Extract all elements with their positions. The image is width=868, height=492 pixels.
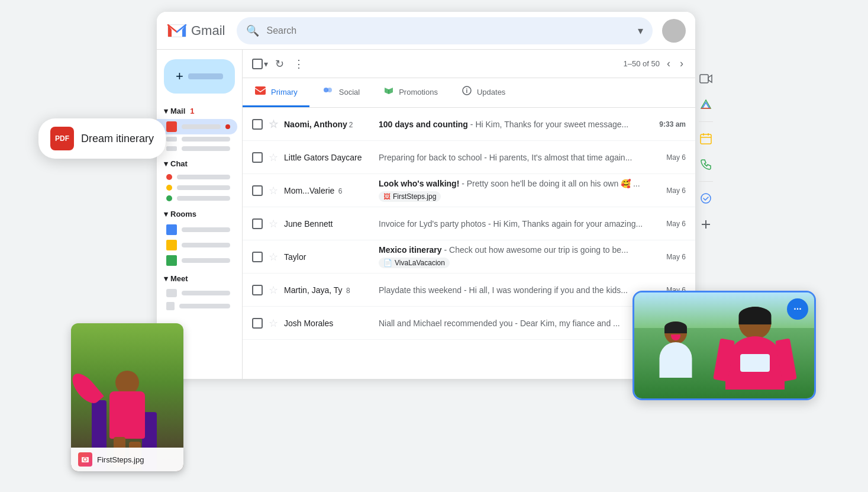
email-star-5[interactable]: ☆ bbox=[269, 250, 278, 263]
more-options-icon[interactable]: ⋮ bbox=[291, 55, 306, 73]
nav-item-3[interactable] bbox=[157, 144, 237, 153]
video-options-button[interactable]: ··· bbox=[787, 298, 808, 320]
room-item-3-label bbox=[182, 258, 230, 263]
mail-section-header[interactable]: ▾ Mail 1 bbox=[157, 103, 242, 119]
calendar-sidebar-icon[interactable] bbox=[694, 127, 718, 150]
tab-promotions[interactable]: Promotions bbox=[372, 78, 450, 107]
phone-sidebar-icon[interactable] bbox=[694, 153, 718, 176]
meet-sidebar-icon[interactable] bbox=[694, 67, 718, 91]
meet-chevron-icon: ▾ bbox=[164, 274, 168, 283]
email-checkbox-7[interactable] bbox=[252, 318, 263, 329]
room-item-2[interactable] bbox=[157, 237, 237, 253]
gmail-m-icon: M bbox=[166, 20, 188, 41]
email-checkbox-3[interactable] bbox=[252, 185, 263, 196]
chat-section-header[interactable]: ▾ Chat bbox=[157, 156, 242, 172]
email-row[interactable]: ☆ June Bennett Invoice for Lyd's party p… bbox=[243, 207, 695, 240]
email-subject-preview-2: Preparing for back to school - Hi parent… bbox=[379, 153, 659, 162]
chat-item-3[interactable] bbox=[157, 193, 237, 204]
search-dropdown-icon[interactable]: ▾ bbox=[638, 24, 643, 37]
rooms-section-label: Rooms bbox=[170, 210, 196, 218]
pdf-icon: PDF bbox=[50, 127, 74, 150]
gmail-title-text: Gmail bbox=[191, 23, 225, 38]
search-input[interactable] bbox=[266, 25, 638, 36]
tab-primary[interactable]: Primary bbox=[243, 78, 309, 107]
room-item-1[interactable] bbox=[157, 222, 237, 237]
email-checkbox-5[interactable] bbox=[252, 252, 263, 262]
compose-button[interactable]: + bbox=[164, 59, 235, 94]
tab-primary-label: Primary bbox=[271, 88, 298, 97]
svg-rect-12 bbox=[701, 134, 711, 144]
email-subject-preview-3: Look who's walking! - Pretty soon he'll … bbox=[379, 179, 659, 188]
promotions-tab-icon bbox=[383, 85, 394, 98]
email-row[interactable]: ☆ Little Gators Daycare Preparing for ba… bbox=[243, 141, 695, 174]
email-row[interactable]: ☆ Josh Morales Niall and Michael recomme… bbox=[243, 307, 695, 340]
email-checkbox-1[interactable] bbox=[252, 119, 263, 130]
rooms-section: ▾ Rooms bbox=[157, 206, 242, 268]
email-star-4[interactable]: ☆ bbox=[269, 217, 278, 230]
email-checkbox-2[interactable] bbox=[252, 152, 263, 163]
email-checkbox-4[interactable] bbox=[252, 218, 263, 229]
nav-item-inbox[interactable] bbox=[157, 119, 237, 134]
pagination-info: 1–50 of 50 ‹ › bbox=[624, 55, 686, 72]
meet-section-label: Meet bbox=[170, 274, 188, 283]
select-all-checkbox[interactable]: ▾ bbox=[252, 59, 268, 69]
meet-item-2-label bbox=[179, 304, 230, 308]
room-item-1-label bbox=[182, 227, 230, 232]
email-attachment-5: 📄 VivaLaVacacion bbox=[379, 258, 450, 268]
meet-icon-2 bbox=[166, 302, 175, 310]
tasks-sidebar-icon[interactable] bbox=[694, 186, 718, 210]
firststeps-label: FirstSteps.jpg bbox=[97, 455, 144, 464]
room-item-3[interactable] bbox=[157, 253, 237, 268]
top-bar: M Gmail 🔍 bbox=[157, 12, 695, 50]
email-row[interactable]: ☆ Mom...Valerie 6 Look who's walking! - … bbox=[243, 174, 695, 207]
room-icon-3 bbox=[166, 255, 177, 266]
chat-section-label: Chat bbox=[170, 159, 188, 168]
avatar[interactable] bbox=[662, 19, 686, 43]
email-row[interactable]: ☆ Naomi, Anthony2 100 days and counting … bbox=[243, 108, 695, 141]
email-checkbox-6[interactable] bbox=[252, 285, 263, 295]
prev-page-icon[interactable]: ‹ bbox=[664, 55, 673, 72]
meet-item-1[interactable] bbox=[157, 287, 237, 300]
pdf-card[interactable]: PDF Dream itinerary bbox=[38, 118, 166, 159]
chat-item-2[interactable] bbox=[157, 182, 237, 193]
nav-item-2[interactable] bbox=[157, 134, 237, 144]
email-sender-2: Little Gators Daycare bbox=[284, 153, 379, 162]
firststeps-bar: FirstSteps.jpg bbox=[71, 448, 183, 471]
select-dropdown-icon[interactable]: ▾ bbox=[264, 59, 268, 69]
gmail-window: M Gmail 🔍 bbox=[157, 12, 695, 379]
meet-item-2[interactable] bbox=[157, 300, 237, 313]
chat-item-1[interactable] bbox=[157, 172, 237, 182]
checkbox-square[interactable] bbox=[252, 59, 263, 69]
rooms-chevron-icon: ▾ bbox=[164, 210, 168, 218]
email-star-1[interactable]: ☆ bbox=[269, 118, 278, 131]
email-star-3[interactable]: ☆ bbox=[269, 184, 278, 197]
email-row[interactable]: ☆ Taylor Mexico itinerary - Check out ho… bbox=[243, 240, 695, 274]
nav-item-3-label bbox=[182, 146, 230, 151]
email-sender-5: Taylor bbox=[284, 252, 379, 262]
room-item-2-label bbox=[182, 243, 230, 247]
rooms-section-header[interactable]: ▾ Rooms bbox=[157, 206, 242, 222]
meet-section-header[interactable]: ▾ Meet bbox=[157, 271, 242, 287]
next-page-icon[interactable]: › bbox=[677, 55, 686, 72]
email-star-6[interactable]: ☆ bbox=[269, 284, 278, 297]
tab-updates[interactable]: i Updates bbox=[450, 78, 517, 107]
email-subject-preview-5: Mexico itinerary - Check out how awesome… bbox=[379, 245, 659, 255]
email-list: ☆ Naomi, Anthony2 100 days and counting … bbox=[243, 108, 695, 379]
svg-rect-11 bbox=[700, 75, 708, 83]
email-star-7[interactable]: ☆ bbox=[269, 317, 278, 330]
drive-sidebar-icon[interactable] bbox=[694, 93, 718, 117]
svg-point-16 bbox=[701, 194, 711, 203]
email-row[interactable]: ☆ Martin, Jaya, Ty 8 Playdate this weeke… bbox=[243, 274, 695, 307]
social-tab-icon bbox=[321, 86, 334, 98]
search-bar[interactable]: 🔍 ▾ bbox=[237, 17, 653, 44]
tab-social[interactable]: Social bbox=[309, 78, 372, 107]
attachment-icon-5: 📄 bbox=[383, 259, 392, 267]
video-call-thumbnail[interactable]: ··· bbox=[633, 291, 816, 400]
refresh-icon[interactable]: ↻ bbox=[273, 55, 286, 73]
nav-item-2-label bbox=[182, 137, 230, 142]
search-icon: 🔍 bbox=[246, 24, 259, 37]
meet-video-icon bbox=[166, 289, 177, 297]
email-star-2[interactable]: ☆ bbox=[269, 151, 278, 164]
right-icons-divider-2 bbox=[699, 181, 713, 182]
add-apps-icon[interactable] bbox=[694, 213, 718, 236]
